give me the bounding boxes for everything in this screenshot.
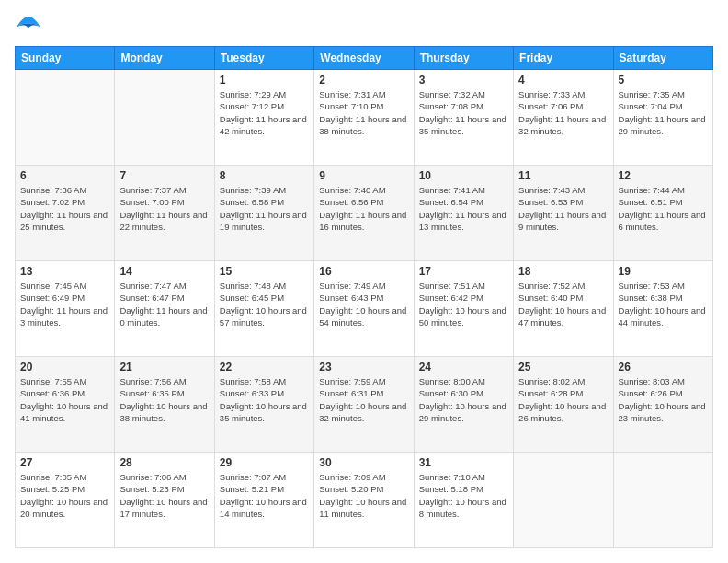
day-info: Sunrise: 7:37 AMSunset: 7:00 PMDaylight:… xyxy=(119,184,209,233)
day-number: 18 xyxy=(518,265,608,278)
weekday-header-tuesday: Tuesday xyxy=(214,47,313,70)
calendar-cell: 19Sunrise: 7:53 AMSunset: 6:38 PMDayligh… xyxy=(613,261,712,357)
day-number: 24 xyxy=(419,361,508,373)
day-info: Sunrise: 7:52 AMSunset: 6:40 PMDaylight:… xyxy=(518,280,608,328)
day-info: Sunrise: 7:53 AMSunset: 6:38 PMDaylight:… xyxy=(619,280,708,328)
day-info: Sunrise: 7:49 AMSunset: 6:43 PMDaylight:… xyxy=(319,280,408,328)
day-info: Sunrise: 7:40 AMSunset: 6:56 PMDaylight:… xyxy=(319,184,408,233)
week-row-4: 20Sunrise: 7:55 AMSunset: 6:36 PMDayligh… xyxy=(16,357,713,453)
day-info: Sunrise: 7:43 AMSunset: 6:53 PMDaylight:… xyxy=(518,184,608,233)
day-number: 13 xyxy=(20,265,109,278)
week-row-1: 1Sunrise: 7:29 AMSunset: 7:12 PMDaylight… xyxy=(16,70,713,166)
day-number: 9 xyxy=(319,169,408,182)
calendar-cell xyxy=(115,70,214,166)
day-number: 21 xyxy=(119,361,209,373)
calendar-cell: 21Sunrise: 7:56 AMSunset: 6:35 PMDayligh… xyxy=(115,357,214,453)
day-number: 23 xyxy=(319,361,408,373)
weekday-header-thursday: Thursday xyxy=(414,47,513,70)
header xyxy=(15,15,713,37)
day-info: Sunrise: 7:59 AMSunset: 6:31 PMDaylight:… xyxy=(319,375,408,424)
day-number: 16 xyxy=(319,265,408,278)
calendar-cell: 28Sunrise: 7:06 AMSunset: 5:23 PMDayligh… xyxy=(115,453,214,548)
day-number: 7 xyxy=(119,169,209,182)
day-number: 22 xyxy=(220,361,309,373)
calendar-cell: 7Sunrise: 7:37 AMSunset: 7:00 PMDaylight… xyxy=(115,166,214,261)
calendar-cell: 18Sunrise: 7:52 AMSunset: 6:40 PMDayligh… xyxy=(514,261,613,357)
calendar-cell xyxy=(16,70,115,166)
calendar-cell: 9Sunrise: 7:40 AMSunset: 6:56 PMDaylight… xyxy=(314,166,414,261)
day-number: 20 xyxy=(20,361,109,373)
day-info: Sunrise: 7:35 AMSunset: 7:04 PMDaylight:… xyxy=(619,88,708,137)
day-info: Sunrise: 7:05 AMSunset: 5:25 PMDaylight:… xyxy=(20,471,109,520)
day-number: 31 xyxy=(419,456,508,469)
weekday-header-saturday: Saturday xyxy=(613,47,712,70)
calendar-cell: 5Sunrise: 7:35 AMSunset: 7:04 PMDaylight… xyxy=(613,70,712,166)
day-number: 10 xyxy=(419,169,508,182)
calendar-cell: 13Sunrise: 7:45 AMSunset: 6:49 PMDayligh… xyxy=(16,261,115,357)
page: SundayMondayTuesdayWednesdayThursdayFrid… xyxy=(0,0,728,563)
calendar-cell: 30Sunrise: 7:09 AMSunset: 5:20 PMDayligh… xyxy=(314,453,414,548)
day-number: 17 xyxy=(419,265,508,278)
calendar-cell: 17Sunrise: 7:51 AMSunset: 6:42 PMDayligh… xyxy=(414,261,513,357)
day-number: 26 xyxy=(619,361,708,373)
logo xyxy=(15,15,46,37)
weekday-header-sunday: Sunday xyxy=(16,47,115,70)
weekday-header-row: SundayMondayTuesdayWednesdayThursdayFrid… xyxy=(16,47,713,70)
day-info: Sunrise: 8:02 AMSunset: 6:28 PMDaylight:… xyxy=(518,375,608,424)
day-number: 27 xyxy=(20,456,109,469)
calendar-table: SundayMondayTuesdayWednesdayThursdayFrid… xyxy=(15,46,713,548)
day-info: Sunrise: 7:10 AMSunset: 5:18 PMDaylight:… xyxy=(419,471,508,520)
calendar-cell xyxy=(613,453,712,548)
day-number: 14 xyxy=(119,265,209,278)
day-number: 5 xyxy=(619,74,708,86)
week-row-2: 6Sunrise: 7:36 AMSunset: 7:02 PMDaylight… xyxy=(16,166,713,261)
day-number: 3 xyxy=(419,74,508,86)
day-info: Sunrise: 7:31 AMSunset: 7:10 PMDaylight:… xyxy=(319,88,408,137)
calendar-cell: 16Sunrise: 7:49 AMSunset: 6:43 PMDayligh… xyxy=(314,261,414,357)
day-number: 30 xyxy=(319,456,408,469)
day-info: Sunrise: 7:32 AMSunset: 7:08 PMDaylight:… xyxy=(419,88,508,137)
day-number: 6 xyxy=(20,169,109,182)
calendar-cell: 24Sunrise: 8:00 AMSunset: 6:30 PMDayligh… xyxy=(414,357,513,453)
calendar-cell: 15Sunrise: 7:48 AMSunset: 6:45 PMDayligh… xyxy=(214,261,313,357)
day-info: Sunrise: 7:06 AMSunset: 5:23 PMDaylight:… xyxy=(119,471,209,520)
day-info: Sunrise: 7:07 AMSunset: 5:21 PMDaylight:… xyxy=(220,471,309,520)
calendar-cell: 27Sunrise: 7:05 AMSunset: 5:25 PMDayligh… xyxy=(16,453,115,548)
day-info: Sunrise: 7:39 AMSunset: 6:58 PMDaylight:… xyxy=(220,184,309,233)
week-row-3: 13Sunrise: 7:45 AMSunset: 6:49 PMDayligh… xyxy=(16,261,713,357)
calendar-cell: 3Sunrise: 7:32 AMSunset: 7:08 PMDaylight… xyxy=(414,70,513,166)
week-row-5: 27Sunrise: 7:05 AMSunset: 5:25 PMDayligh… xyxy=(16,453,713,548)
calendar-cell: 10Sunrise: 7:41 AMSunset: 6:54 PMDayligh… xyxy=(414,166,513,261)
day-info: Sunrise: 8:00 AMSunset: 6:30 PMDaylight:… xyxy=(419,375,508,424)
calendar-cell: 6Sunrise: 7:36 AMSunset: 7:02 PMDaylight… xyxy=(16,166,115,261)
day-info: Sunrise: 7:58 AMSunset: 6:33 PMDaylight:… xyxy=(220,375,309,424)
day-info: Sunrise: 7:09 AMSunset: 5:20 PMDaylight:… xyxy=(319,471,408,520)
day-info: Sunrise: 7:33 AMSunset: 7:06 PMDaylight:… xyxy=(518,88,608,137)
calendar-cell: 11Sunrise: 7:43 AMSunset: 6:53 PMDayligh… xyxy=(514,166,613,261)
day-info: Sunrise: 7:55 AMSunset: 6:36 PMDaylight:… xyxy=(20,375,109,424)
day-info: Sunrise: 8:03 AMSunset: 6:26 PMDaylight:… xyxy=(619,375,708,424)
day-number: 11 xyxy=(518,169,608,182)
weekday-header-monday: Monday xyxy=(115,47,214,70)
calendar-cell: 2Sunrise: 7:31 AMSunset: 7:10 PMDaylight… xyxy=(314,70,414,166)
calendar-cell: 8Sunrise: 7:39 AMSunset: 6:58 PMDaylight… xyxy=(214,166,313,261)
calendar-cell: 23Sunrise: 7:59 AMSunset: 6:31 PMDayligh… xyxy=(314,357,414,453)
calendar-cell: 25Sunrise: 8:02 AMSunset: 6:28 PMDayligh… xyxy=(514,357,613,453)
calendar-cell: 20Sunrise: 7:55 AMSunset: 6:36 PMDayligh… xyxy=(16,357,115,453)
day-number: 12 xyxy=(619,169,708,182)
weekday-header-friday: Friday xyxy=(514,47,613,70)
day-info: Sunrise: 7:48 AMSunset: 6:45 PMDaylight:… xyxy=(220,280,309,328)
calendar-cell: 4Sunrise: 7:33 AMSunset: 7:06 PMDaylight… xyxy=(514,70,613,166)
calendar-cell: 1Sunrise: 7:29 AMSunset: 7:12 PMDaylight… xyxy=(214,70,313,166)
day-info: Sunrise: 7:36 AMSunset: 7:02 PMDaylight:… xyxy=(20,184,109,233)
day-number: 25 xyxy=(518,361,608,373)
logo-icon xyxy=(15,15,42,37)
calendar-cell: 14Sunrise: 7:47 AMSunset: 6:47 PMDayligh… xyxy=(115,261,214,357)
day-number: 19 xyxy=(619,265,708,278)
day-number: 8 xyxy=(220,169,309,182)
day-info: Sunrise: 7:51 AMSunset: 6:42 PMDaylight:… xyxy=(419,280,508,328)
day-number: 1 xyxy=(220,74,309,86)
day-info: Sunrise: 7:47 AMSunset: 6:47 PMDaylight:… xyxy=(119,280,209,328)
day-number: 2 xyxy=(319,74,408,86)
calendar-cell: 26Sunrise: 8:03 AMSunset: 6:26 PMDayligh… xyxy=(613,357,712,453)
